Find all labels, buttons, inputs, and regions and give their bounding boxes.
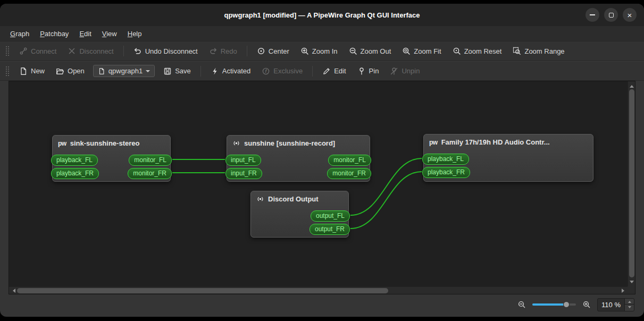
menu-edit[interactable]: Edit xyxy=(74,28,96,40)
port-monitor-fr[interactable]: monitor_FR xyxy=(327,168,371,179)
patchbay-file-icon xyxy=(98,67,105,75)
window-title: qpwgraph1 [modified] — A PipeWire Graph … xyxy=(224,11,420,19)
exclusive-icon: f xyxy=(262,67,270,75)
zoom-fit-button[interactable]: Zoom Fit xyxy=(397,45,446,57)
zoom-slider-handle[interactable] xyxy=(563,301,570,308)
menu-view[interactable]: View xyxy=(97,28,122,40)
port-monitor-fr[interactable]: monitor_FR xyxy=(128,168,172,179)
close-button[interactable]: × xyxy=(623,8,637,22)
connect-button[interactable]: Connect xyxy=(14,45,61,57)
horizontal-scrollbar[interactable] xyxy=(9,286,628,294)
pipewire-icon: pw xyxy=(429,139,438,146)
unpin-icon xyxy=(390,67,398,75)
toolbar-drag-handle[interactable] xyxy=(5,66,9,77)
zoom-spin-up-button[interactable] xyxy=(625,298,634,305)
node-title: Family 17h/19h HD Audio Contr... xyxy=(441,138,550,146)
scrollbar-corner xyxy=(628,286,635,294)
port-output-fl[interactable]: output_FL xyxy=(311,210,350,222)
exclusive-button[interactable]: f Exclusive xyxy=(257,65,307,78)
zoom-in-icon xyxy=(300,47,309,55)
vertical-scrollbar[interactable] xyxy=(628,81,635,286)
save-button[interactable]: Save xyxy=(158,65,196,78)
patchbay-file-combo[interactable]: qpwgraph1 xyxy=(93,65,155,77)
port-playback-fl[interactable]: playback_FL xyxy=(422,154,469,165)
edit-button[interactable]: Edit xyxy=(317,65,350,78)
statusbar: 110 % xyxy=(0,294,644,317)
zoom-out-label: Zoom Out xyxy=(361,47,391,55)
port-playback-fr[interactable]: playback_FR xyxy=(422,167,470,178)
zoom-slider[interactable] xyxy=(532,300,576,309)
node-header: pw sink-sunshine-stereo xyxy=(53,136,170,149)
arrow-up-icon xyxy=(630,83,634,88)
arrow-down-icon xyxy=(630,281,634,285)
undo-icon xyxy=(133,47,142,55)
new-button[interactable]: New xyxy=(14,65,49,78)
window-controls: × xyxy=(586,8,637,22)
scroll-right-button[interactable] xyxy=(620,287,628,294)
chevron-down-icon xyxy=(146,70,150,74)
scroll-down-button[interactable] xyxy=(628,279,635,286)
maximize-button[interactable] xyxy=(604,8,618,22)
redo-button[interactable]: Redo xyxy=(204,45,242,57)
port-playback-fr[interactable]: playback_FR xyxy=(51,168,99,179)
titlebar[interactable]: qpwgraph1 [modified] — A PipeWire Graph … xyxy=(0,4,644,26)
toolbar-drag-handle[interactable] xyxy=(5,46,9,56)
disconnect-button[interactable]: Disconnect xyxy=(63,45,118,57)
zoom-reset-button[interactable]: Zoom Reset xyxy=(448,45,507,57)
record-app-icon xyxy=(256,195,264,203)
node-discord-output[interactable]: Discord Output output_FL output_FR xyxy=(250,191,349,238)
undo-disconnect-button[interactable]: Undo Disconnect xyxy=(129,45,203,57)
statusbar-zoom-in-button[interactable] xyxy=(582,300,591,309)
horizontal-scroll-handle[interactable] xyxy=(17,288,388,293)
patchbay-file-name: qpwgraph1 xyxy=(108,67,143,75)
redo-icon xyxy=(209,47,218,55)
port-input-fl[interactable]: input_FL xyxy=(225,155,261,166)
zoom-in-button[interactable]: Zoom In xyxy=(296,45,342,57)
connect-icon xyxy=(19,47,28,55)
port-input-fr[interactable]: input_FR xyxy=(225,168,262,179)
port-monitor-fl[interactable]: monitor_FL xyxy=(129,155,172,166)
center-button[interactable]: Center xyxy=(252,45,294,57)
zoom-slider-fill xyxy=(532,303,566,306)
minimize-button[interactable] xyxy=(586,8,599,22)
scroll-left-button[interactable] xyxy=(9,287,16,294)
disconnect-label: Disconnect xyxy=(79,47,113,55)
port-monitor-fl[interactable]: monitor_FL xyxy=(328,155,371,166)
zoom-range-button[interactable]: Zoom Range xyxy=(508,45,569,57)
zoom-spinbox[interactable]: 110 % xyxy=(597,298,634,311)
menubar: Graph Patchbay Edit View Help xyxy=(0,26,644,41)
toolbar-separator xyxy=(200,66,201,77)
statusbar-zoom-out-button[interactable] xyxy=(517,300,526,309)
close-icon: × xyxy=(628,11,632,19)
node-family-hd-audio[interactable]: pw Family 17h/19h HD Audio Contr... play… xyxy=(423,134,593,182)
new-label: New xyxy=(31,67,45,75)
unpin-button[interactable]: Unpin xyxy=(385,65,424,78)
pin-button[interactable]: Pin xyxy=(353,65,384,78)
undo-disconnect-label: Undo Disconnect xyxy=(145,47,198,55)
node-title: Discord Output xyxy=(268,195,319,203)
node-sink-sunshine-stereo[interactable]: pw sink-sunshine-stereo playback_FL play… xyxy=(52,135,171,182)
open-button[interactable]: Open xyxy=(51,65,89,78)
port-output-fr[interactable]: output_FR xyxy=(310,224,350,235)
menu-help[interactable]: Help xyxy=(123,28,147,40)
exclusive-label: Exclusive xyxy=(273,67,303,75)
activated-bolt-icon xyxy=(211,67,219,75)
port-playback-fl[interactable]: playback_FL xyxy=(51,155,98,166)
vertical-scroll-handle[interactable] xyxy=(629,89,634,277)
activated-button[interactable]: Activated xyxy=(206,65,255,78)
toolbar-separator xyxy=(312,66,313,77)
zoom-out-button[interactable]: Zoom Out xyxy=(344,45,396,57)
center-icon xyxy=(257,47,265,55)
menu-patchbay[interactable]: Patchbay xyxy=(35,28,73,40)
scroll-up-button[interactable] xyxy=(628,81,635,89)
graph-canvas[interactable]: pw sink-sunshine-stereo playback_FL play… xyxy=(9,81,628,286)
save-icon xyxy=(163,67,172,75)
new-file-icon xyxy=(19,67,28,75)
activated-label: Activated xyxy=(222,67,250,75)
menu-graph[interactable]: Graph xyxy=(5,28,34,40)
zoom-range-icon xyxy=(513,47,521,55)
node-sunshine-record[interactable]: sunshine [sunshine-record] input_FL inpu… xyxy=(227,135,370,182)
zoom-fit-label: Zoom Fit xyxy=(414,47,441,55)
zoom-in-icon xyxy=(582,300,591,309)
zoom-spin-down-button[interactable] xyxy=(625,305,634,311)
